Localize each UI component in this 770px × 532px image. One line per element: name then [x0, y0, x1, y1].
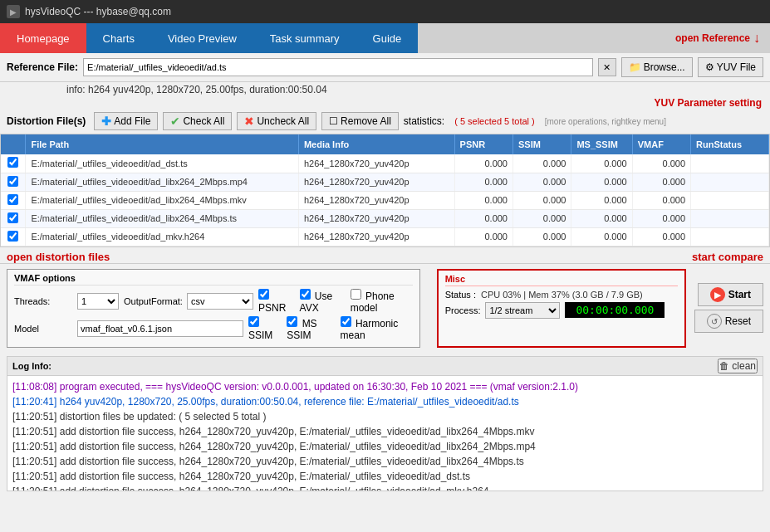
row-ssim-2: 0.000	[513, 191, 571, 209]
row-vmaf-2: 0.000	[632, 191, 690, 209]
check-all-button[interactable]: ✔ Check All	[163, 112, 232, 130]
row-mediainfo-4: h264_1280x720_yuv420p	[298, 227, 454, 246]
psnr-checkbox-label[interactable]: PSNR	[258, 289, 295, 314]
model-label: Model	[14, 324, 72, 334]
log-line-3: [11:20:51] add distortion file success, …	[12, 424, 758, 439]
nav-bar: Homepage Charts Video Preview Task summa…	[0, 23, 770, 53]
col-header-mediainfo: Media Info	[298, 134, 454, 154]
ms-ssim-checkbox[interactable]	[287, 316, 297, 327]
table-row: E:/material/_utfiles_videoedit/ad_libx26…	[1, 209, 769, 227]
nav-task-summary[interactable]: Task summary	[253, 23, 356, 53]
statistics-label: statistics:	[404, 115, 444, 127]
uncheck-all-label: Uncheck All	[257, 115, 309, 127]
nav-homepage[interactable]: Homepage	[0, 23, 86, 53]
reference-info-row: info: h264 yuv420p, 1280x720, 25.00fps, …	[0, 82, 770, 97]
row-vmaf-3: 0.000	[632, 209, 690, 227]
col-header-vmaf: VMAF	[632, 134, 690, 154]
harmonic-mean-checkbox-label[interactable]: Harmonic mean	[341, 316, 413, 341]
yuv-file-button[interactable]: ⚙ YUV File	[698, 57, 763, 77]
row-runstatus-0	[691, 154, 769, 173]
row-checkbox-cell	[1, 227, 26, 246]
browse-button[interactable]: 📁 Browse...	[621, 57, 693, 77]
reference-file-input[interactable]	[83, 58, 593, 76]
reference-info-text: info: h264 yuv420p, 1280x720, 25.00fps, …	[66, 84, 327, 95]
row-mediainfo-3: h264_1280x720_yuv420p	[298, 209, 454, 227]
ssim-checkbox[interactable]	[248, 316, 259, 327]
open-distortion-annotation: open distortion files	[7, 251, 110, 263]
clean-label: clean	[732, 360, 756, 372]
col-header-filepath: File Path	[26, 134, 298, 154]
row-ssim-1: 0.000	[513, 173, 571, 191]
use-avx-checkbox-label[interactable]: Use AVX	[300, 289, 346, 314]
start-compare-annotation: start compare	[692, 251, 763, 263]
row-checkbox-4[interactable]	[7, 231, 18, 242]
model-input[interactable]	[77, 320, 243, 337]
distortion-toolbar: Distortion File(s) ✚ Add File ✔ Check Al…	[0, 109, 770, 134]
reset-button[interactable]: ↺ Reset	[694, 310, 763, 333]
log-line-7: [11:20:51] add distortion file success, …	[12, 484, 758, 491]
row-filepath-2: E:/material/_utfiles_videoedit/ad_libx26…	[26, 191, 298, 209]
misc-box: Misc Status : CPU 03% | Mem 37% (3.0 GB …	[437, 269, 686, 348]
reference-file-row: Reference File: ✕ 📁 Browse... ⚙ YUV File	[0, 53, 770, 82]
psnr-checkbox[interactable]	[258, 289, 269, 300]
row-checkbox-1[interactable]	[7, 176, 18, 187]
more-ops-text: [more operations, rightkey menu]	[545, 117, 666, 126]
reset-label: Reset	[725, 315, 751, 327]
start-button[interactable]: ▶ Start	[698, 283, 763, 306]
row-ssim-3: 0.000	[513, 209, 571, 227]
log-clean-button[interactable]: 🗑 clean	[718, 359, 758, 373]
row-ms-ssim-0: 0.000	[571, 154, 632, 173]
process-select[interactable]: 1/2 stream1 stream2 stream	[485, 302, 560, 319]
timer-display: 00:00:00.000	[565, 302, 665, 318]
row-checkbox-0[interactable]	[7, 157, 18, 168]
use-avx-checkbox[interactable]	[300, 289, 311, 300]
row-psnr-3: 0.000	[454, 209, 513, 227]
table-row: E:/material/_utfiles_videoedit/ad_mkv.h2…	[1, 227, 769, 246]
open-reference-btn[interactable]: open Reference ↓	[665, 23, 770, 53]
reference-clear-button[interactable]: ✕	[598, 58, 616, 76]
arrow-down-icon: ↓	[753, 31, 760, 46]
row-checkbox-2[interactable]	[7, 194, 18, 205]
log-header: Log Info: 🗑 clean	[7, 356, 763, 375]
row-runstatus-4	[691, 227, 769, 246]
row-psnr-4: 0.000	[454, 227, 513, 246]
remove-icon: ☐	[329, 115, 338, 127]
remove-all-label: Remove All	[341, 115, 391, 127]
row-runstatus-2	[691, 191, 769, 209]
nav-charts[interactable]: Charts	[86, 23, 151, 53]
add-icon: ✚	[101, 115, 111, 128]
process-label: Process:	[445, 305, 481, 315]
remove-all-button[interactable]: ☐ Remove All	[321, 112, 399, 130]
col-header-runstatus: RunStatus	[691, 134, 769, 154]
uncheck-all-button[interactable]: ✖ Uncheck All	[237, 112, 316, 130]
threads-select[interactable]: 124	[77, 293, 119, 310]
phone-model-checkbox-label[interactable]: Phone model	[351, 289, 413, 314]
col-header-psnr: PSNR	[454, 134, 513, 154]
file-table: File Path Media Info PSNR SSIM MS_SSIM V…	[1, 134, 769, 246]
table-row: E:/material/_utfiles_videoedit/ad_dst.ts…	[1, 154, 769, 173]
harmonic-mean-checkbox[interactable]	[341, 316, 351, 327]
row-checkbox-cell	[1, 191, 26, 209]
yuv-icon: ⚙	[705, 61, 714, 73]
folder-icon: 📁	[629, 61, 641, 73]
table-row: E:/material/_utfiles_videoedit/ad_libx26…	[1, 173, 769, 191]
col-header-ms-ssim: MS_SSIM	[571, 134, 632, 154]
start-icon: ▶	[710, 287, 725, 302]
nav-video-preview[interactable]: Video Preview	[151, 23, 253, 53]
add-file-label: Add File	[114, 115, 150, 127]
distortion-label: Distortion File(s)	[7, 115, 86, 127]
row-psnr-2: 0.000	[454, 191, 513, 209]
add-file-button[interactable]: ✚ Add File	[94, 112, 158, 130]
ms-ssim-checkbox-label[interactable]: MS SSIM	[287, 316, 335, 341]
row-ssim-4: 0.000	[513, 227, 571, 246]
threads-label: Threads:	[14, 296, 72, 306]
log-content[interactable]: [11:08:08] program executed, === hysVide…	[7, 375, 763, 491]
row-runstatus-1	[691, 173, 769, 191]
row-checkbox-3[interactable]	[7, 212, 18, 223]
phone-model-checkbox[interactable]	[351, 289, 361, 300]
output-format-select[interactable]: csvjsonxml	[187, 293, 253, 310]
nav-guide[interactable]: Guide	[356, 23, 419, 53]
check-icon: ✔	[170, 115, 180, 128]
ssim-checkbox-label[interactable]: SSIM	[248, 316, 282, 341]
reference-file-label: Reference File:	[7, 61, 78, 73]
